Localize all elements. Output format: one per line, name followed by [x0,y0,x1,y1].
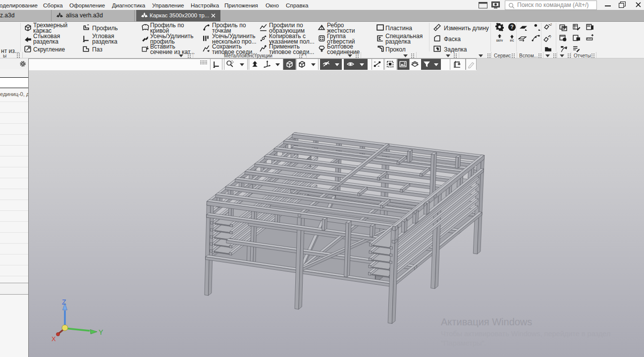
svg-text:Z: Z [62,298,66,306]
svg-text:?: ? [510,24,513,30]
svg-text:DSTV: DSTV [496,40,503,42]
svg-text:?: ? [550,23,552,27]
svg-text:X: X [52,335,56,343]
svg-text:IFC: IFC [510,40,514,42]
svg-text:Y: Y [99,328,104,336]
svg-text:?: ? [549,35,551,39]
